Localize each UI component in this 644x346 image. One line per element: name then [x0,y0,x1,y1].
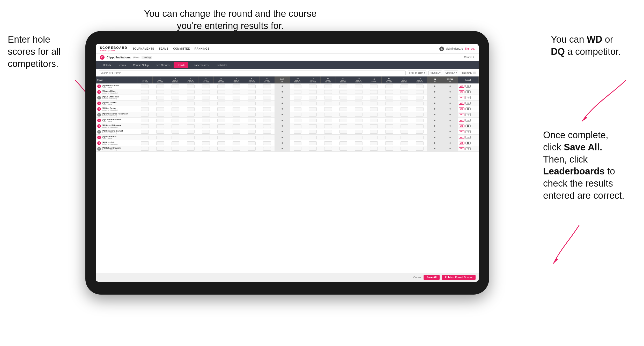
hole-6-input[interactable] [217,107,225,111]
hole-10-input[interactable] [294,124,301,128]
hole-11-input[interactable] [309,136,317,139]
hole-5-input[interactable] [202,130,210,134]
hole-2-input[interactable] [156,107,164,111]
wd-button[interactable]: WD [459,102,464,105]
hole-13-input[interactable] [339,141,347,145]
wd-button[interactable]: WD [459,90,464,93]
hole-13-input[interactable] [339,124,347,128]
hole-12-input[interactable] [324,90,332,94]
hole-2-input[interactable] [156,102,164,105]
hole-3-input[interactable] [172,113,179,117]
hole-11-input[interactable] [309,113,317,117]
hole-10-input[interactable] [294,147,301,151]
hole-6-input[interactable] [217,124,225,128]
tab-course-setup[interactable]: Course Setup [130,62,152,68]
hole-17-input[interactable] [401,96,408,99]
hole-9-input[interactable] [263,107,271,111]
hole-10-input[interactable] [294,141,301,145]
nav-tournaments[interactable]: TOURNAMENTS [133,47,154,50]
hole-15-input[interactable] [370,90,378,94]
hole-18-input[interactable] [416,113,424,117]
hole-13-input[interactable] [339,84,347,88]
hole-18-input[interactable] [416,102,424,105]
hole-17-input[interactable] [401,113,408,117]
hole-2-input[interactable] [156,84,164,88]
hole-3-input[interactable] [172,102,179,105]
hole-8-input[interactable] [248,119,256,122]
hole-16-input[interactable] [385,113,393,117]
cancel-button[interactable]: Cancel [413,276,421,279]
hole-18-input[interactable] [416,130,424,134]
hole-7-input[interactable] [233,102,240,105]
dq-button[interactable]: DQ [465,96,471,99]
nav-teams[interactable]: TEAMS [159,47,169,50]
hole-1-input[interactable] [141,84,149,88]
dq-button[interactable]: DQ [465,107,471,110]
hole-8-input[interactable] [248,90,256,94]
hole-5-input[interactable] [202,119,210,122]
hole-8-input[interactable] [248,136,256,139]
hole-3-input[interactable] [172,124,179,128]
hole-14-input[interactable] [355,130,362,134]
tab-printables[interactable]: Printables [213,62,230,68]
hole-15-input[interactable] [370,136,378,139]
hole-1-input[interactable] [141,119,149,122]
hole-16-input[interactable] [385,147,393,151]
hole-7-input[interactable] [233,130,240,134]
hole-5-input[interactable] [202,90,210,94]
hole-4-input[interactable] [187,90,195,94]
hole-1-input[interactable] [141,124,149,128]
hole-16-input[interactable] [385,130,393,134]
hole-13-input[interactable] [339,136,347,139]
hole-16-input[interactable] [385,136,393,139]
hole-11-input[interactable] [309,102,317,105]
hole-4-input[interactable] [187,107,195,111]
hole-18-input[interactable] [416,96,424,99]
hole-8-input[interactable] [248,84,256,88]
dq-button[interactable]: DQ [465,113,471,116]
hole-5-input[interactable] [202,141,210,145]
hole-1-input[interactable] [141,147,149,151]
wd-button[interactable]: WD [459,130,464,133]
hole-4-input[interactable] [187,147,195,151]
hole-6-input[interactable] [217,84,225,88]
hole-17-input[interactable] [401,84,408,88]
hole-10-input[interactable] [294,84,301,88]
hole-6-input[interactable] [217,130,225,134]
hole-18-input[interactable] [416,136,424,139]
nav-rankings[interactable]: RANKINGS [195,47,209,50]
tab-results[interactable]: Results [174,62,188,68]
hole-3-input[interactable] [172,119,179,122]
hole-9-input[interactable] [263,130,271,134]
hole-2-input[interactable] [156,130,164,134]
hole-7-input[interactable] [233,141,240,145]
hole-4-input[interactable] [187,102,195,105]
hole-7-input[interactable] [233,84,240,88]
hole-16-input[interactable] [385,96,393,99]
hole-10-input[interactable] [294,119,301,122]
hole-15-input[interactable] [370,141,378,145]
hole-15-input[interactable] [370,84,378,88]
hole-2-input[interactable] [156,136,164,139]
hole-2-input[interactable] [156,90,164,94]
hole-4-input[interactable] [187,113,195,117]
wd-button[interactable]: WD [459,147,464,150]
hole-7-input[interactable] [233,96,240,99]
hole-7-input[interactable] [233,90,240,94]
hole-17-input[interactable] [401,107,408,111]
hole-15-input[interactable] [370,119,378,122]
hole-18-input[interactable] [416,84,424,88]
hole-11-input[interactable] [309,96,317,99]
hole-5-input[interactable] [202,107,210,111]
hole-6-input[interactable] [217,102,225,105]
hole-1-input[interactable] [141,90,149,94]
tab-leaderboards[interactable]: Leaderboards [189,62,212,68]
dq-button[interactable]: DQ [465,142,471,144]
hole-11-input[interactable] [309,124,317,128]
round-dropdown[interactable]: Round 1 ▾ [428,71,442,75]
dq-button[interactable]: DQ [465,130,471,133]
hole-16-input[interactable] [385,102,393,105]
hole-9-input[interactable] [263,90,271,94]
hole-5-input[interactable] [202,113,210,117]
hole-18-input[interactable] [416,147,424,151]
